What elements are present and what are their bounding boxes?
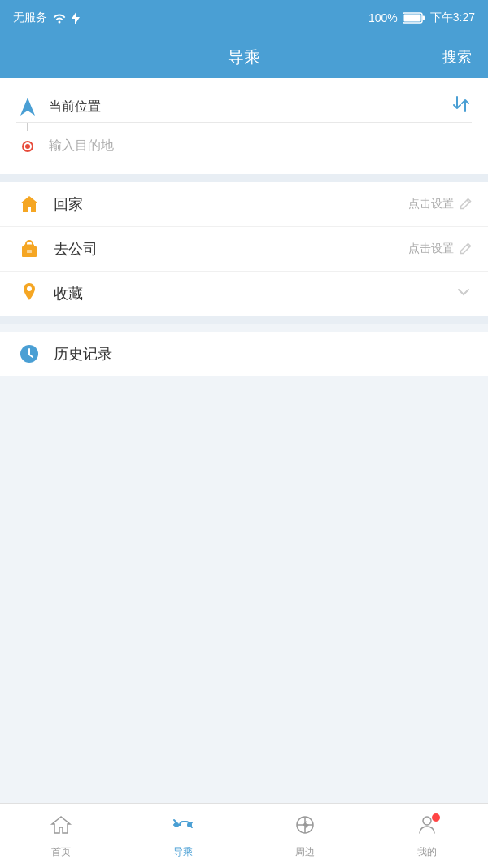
bottom-navigation: 首页 导乘 周边: [0, 803, 488, 868]
svg-point-5: [25, 144, 30, 149]
status-bar: 无服务 100% 下午3:27: [0, 0, 488, 36]
history-label: 历史记录: [54, 344, 472, 364]
home-edit-icon: [459, 198, 472, 211]
nav-guide-icon: [170, 813, 196, 842]
home-action-text: 点击设置: [408, 197, 454, 212]
current-location-row[interactable]: 当前位置: [16, 91, 472, 123]
nav-item-guide[interactable]: 导乘: [122, 813, 244, 859]
svg-marker-3: [20, 98, 35, 116]
favorites-label: 收藏: [54, 284, 455, 303]
favorites-chevron-icon: [455, 284, 472, 304]
nav-mine-icon: [416, 813, 438, 842]
nav-nearby-label: 周边: [295, 845, 315, 859]
charge-icon: [72, 11, 80, 24]
nav-home-label: 首页: [51, 845, 71, 859]
nav-nearby-icon: [294, 813, 316, 842]
svg-point-9: [28, 287, 31, 290]
work-icon: [16, 238, 42, 260]
connector-line: [27, 123, 28, 131]
nav-mine-label: 我的: [417, 845, 437, 859]
search-section: 当前位置 输入目的地: [0, 78, 488, 174]
status-left: 无服务: [13, 11, 80, 25]
section-divider-1: [0, 174, 488, 182]
nav-home-icon: [50, 813, 72, 842]
nav-title: 导乘: [228, 46, 260, 68]
home-icon: [16, 194, 42, 215]
svg-rect-1: [403, 15, 420, 22]
svg-rect-2: [422, 16, 425, 20]
search-button[interactable]: 搜索: [442, 47, 472, 67]
history-section: 历史记录: [0, 332, 488, 376]
home-action[interactable]: 点击设置: [408, 197, 472, 212]
work-label: 去公司: [54, 239, 408, 259]
section-divider-2: [0, 316, 488, 324]
wifi-icon: [52, 12, 67, 24]
history-item[interactable]: 历史记录: [0, 332, 488, 376]
nav-guide-label: 导乘: [173, 845, 193, 859]
battery-icon: [403, 12, 425, 24]
work-action-text: 点击设置: [408, 242, 454, 256]
svg-rect-8: [27, 250, 32, 253]
nav-item-mine[interactable]: 我的: [366, 813, 488, 859]
destination-dot-icon: [16, 141, 39, 152]
swap-direction-icon[interactable]: [451, 94, 472, 120]
nav-item-home[interactable]: 首页: [0, 813, 122, 859]
time-text: 下午3:27: [430, 11, 475, 25]
clock-icon: [16, 343, 42, 364]
favorites-item[interactable]: 收藏: [0, 272, 488, 316]
current-location-text: 当前位置: [49, 98, 472, 116]
work-action[interactable]: 点击设置: [408, 242, 472, 256]
svg-rect-7: [24, 245, 34, 247]
work-item[interactable]: 去公司 点击设置: [0, 227, 488, 272]
work-edit-icon: [459, 242, 472, 255]
svg-point-16: [423, 817, 431, 825]
destination-placeholder[interactable]: 输入目的地: [49, 137, 472, 155]
status-right: 100% 下午3:27: [368, 11, 475, 25]
battery-text: 100%: [368, 11, 398, 24]
location-arrow-icon: [16, 98, 39, 116]
home-label: 回家: [54, 194, 408, 214]
top-navigation: 导乘 搜索: [0, 36, 488, 78]
nav-item-nearby[interactable]: 周边: [244, 813, 366, 859]
status-no-service: 无服务: [13, 11, 47, 25]
quick-items-section: 回家 点击设置 去公司 点击设置: [0, 182, 488, 316]
destination-row[interactable]: 输入目的地: [16, 131, 472, 161]
home-item[interactable]: 回家 点击设置: [0, 182, 488, 227]
pin-icon: [16, 283, 42, 304]
